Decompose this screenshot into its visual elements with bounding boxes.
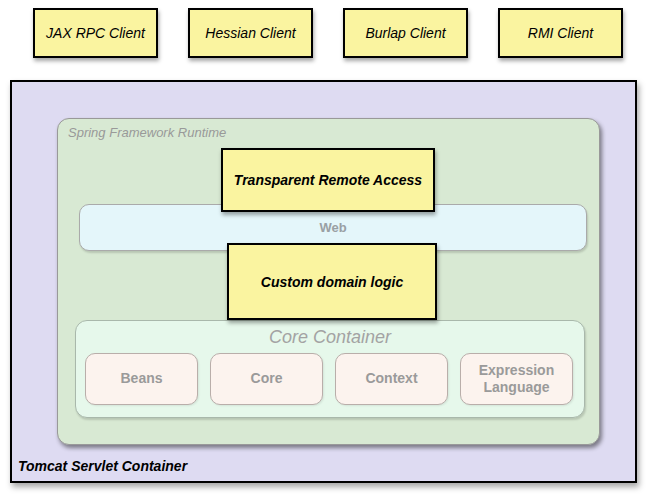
tomcat-servlet-container-box: Spring Framework Runtime Web Transparent… xyxy=(10,80,637,483)
tomcat-container-label: Tomcat Servlet Container xyxy=(18,458,187,474)
spring-framework-runtime-box: Spring Framework Runtime Web Transparent… xyxy=(57,118,600,445)
core-container-label: Core Container xyxy=(76,327,584,348)
module-box-context: Context xyxy=(335,353,448,405)
core-container-box: Core Container Beans Core Context Expres… xyxy=(75,320,585,418)
client-box-hessian: Hessian Client xyxy=(188,8,313,58)
module-box-beans: Beans xyxy=(85,353,198,405)
core-modules-row: Beans Core Context Expression Language xyxy=(85,353,573,405)
client-box-burlap: Burlap Client xyxy=(343,8,468,58)
spring-architecture-diagram: JAX RPC Client Hessian Client Burlap Cli… xyxy=(0,0,647,500)
custom-domain-logic-box: Custom domain logic xyxy=(227,243,437,320)
transparent-remote-access-box: Transparent Remote Access xyxy=(221,148,435,212)
client-box-jax-rpc: JAX RPC Client xyxy=(33,8,158,58)
client-box-rmi: RMI Client xyxy=(498,8,623,58)
spring-runtime-label: Spring Framework Runtime xyxy=(68,125,226,140)
module-box-expression-language: Expression Language xyxy=(460,353,573,405)
module-box-core: Core xyxy=(210,353,323,405)
